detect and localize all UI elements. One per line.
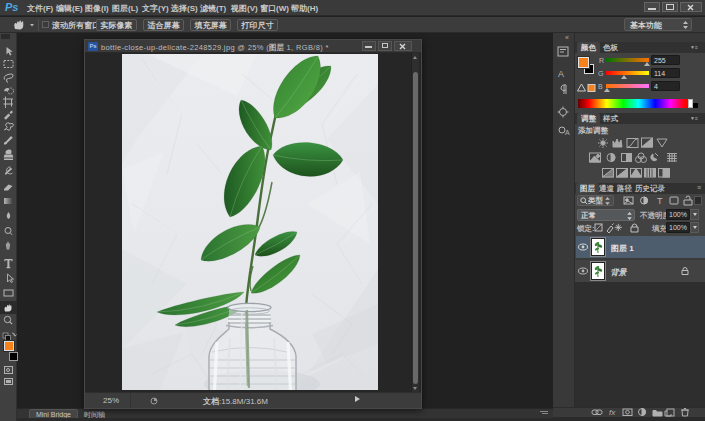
svg-text:T: T [657, 196, 663, 206]
svg-text:A: A [565, 129, 570, 136]
svg-text:A: A [558, 69, 564, 79]
svg-text:fx: fx [609, 408, 616, 417]
